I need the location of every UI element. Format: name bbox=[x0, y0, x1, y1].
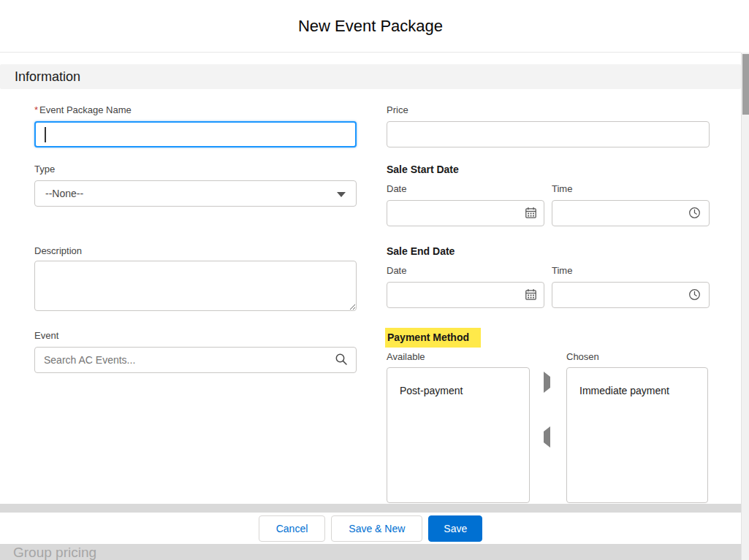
price-input[interactable] bbox=[387, 121, 710, 147]
sale-start-date-group-label: Sale Start Date bbox=[387, 164, 459, 175]
move-right-icon bbox=[544, 372, 550, 393]
section-header-information: Information bbox=[0, 64, 741, 89]
background-section-title: Group pricing bbox=[13, 545, 96, 560]
sale-start-date-date-label: Date bbox=[387, 183, 406, 194]
modal-backdrop-bottom bbox=[0, 544, 741, 560]
required-indicator: * bbox=[34, 104, 38, 115]
price-label: Price bbox=[387, 104, 408, 115]
modal-backdrop-band bbox=[0, 504, 741, 513]
sale-end-date-group-label: Sale End Date bbox=[387, 245, 455, 257]
text-caret bbox=[45, 127, 46, 142]
sale-end-date-time-input[interactable] bbox=[552, 282, 710, 308]
event-search-input[interactable] bbox=[34, 347, 357, 373]
event-package-name-label: *Event Package Name bbox=[34, 104, 132, 115]
list-item[interactable]: Post-payment bbox=[387, 375, 529, 406]
available-listbox[interactable]: Post-payment bbox=[387, 367, 530, 503]
description-textarea[interactable] bbox=[34, 261, 357, 311]
move-right-button[interactable] bbox=[541, 374, 553, 391]
search-icon bbox=[335, 353, 348, 366]
sale-start-date-time-input[interactable] bbox=[552, 200, 710, 226]
move-left-button[interactable] bbox=[541, 429, 553, 445]
calendar-icon[interactable] bbox=[524, 288, 537, 302]
modal-footer: Cancel Save & New Save bbox=[0, 513, 741, 544]
chosen-listbox[interactable]: Immediate payment bbox=[566, 367, 708, 503]
sale-start-date-date-input[interactable] bbox=[387, 200, 544, 226]
payment-method-label: Payment Method bbox=[385, 328, 481, 348]
description-label: Description bbox=[34, 245, 82, 256]
clock-icon[interactable] bbox=[688, 288, 701, 302]
type-selected-value: --None-- bbox=[45, 188, 83, 199]
save-button[interactable]: Save bbox=[428, 515, 482, 542]
page-title: New Event Package bbox=[298, 17, 443, 36]
chosen-label: Chosen bbox=[566, 351, 599, 362]
scrollbar-thumb[interactable] bbox=[742, 54, 749, 115]
event-label: Event bbox=[34, 330, 58, 341]
sale-start-date-time-label: Time bbox=[552, 183, 572, 194]
move-left-icon bbox=[544, 426, 550, 448]
modal-header: New Event Package bbox=[0, 0, 741, 53]
event-package-name-input[interactable] bbox=[34, 121, 357, 147]
vertical-scrollbar[interactable] bbox=[741, 53, 749, 560]
sale-end-date-date-input[interactable] bbox=[387, 282, 544, 308]
available-label: Available bbox=[387, 351, 425, 362]
dropdown-icon bbox=[337, 192, 346, 197]
list-item[interactable]: Immediate payment bbox=[567, 375, 707, 406]
cancel-button[interactable]: Cancel bbox=[259, 515, 326, 542]
type-select[interactable]: --None-- bbox=[34, 180, 357, 207]
section-header-label: Information bbox=[15, 69, 80, 85]
calendar-icon[interactable] bbox=[524, 207, 537, 220]
type-label: Type bbox=[34, 164, 55, 174]
sale-end-date-time-label: Time bbox=[552, 265, 572, 276]
clock-icon[interactable] bbox=[688, 207, 701, 220]
save-and-new-button[interactable]: Save & New bbox=[331, 515, 422, 542]
sale-end-date-date-label: Date bbox=[387, 265, 406, 276]
